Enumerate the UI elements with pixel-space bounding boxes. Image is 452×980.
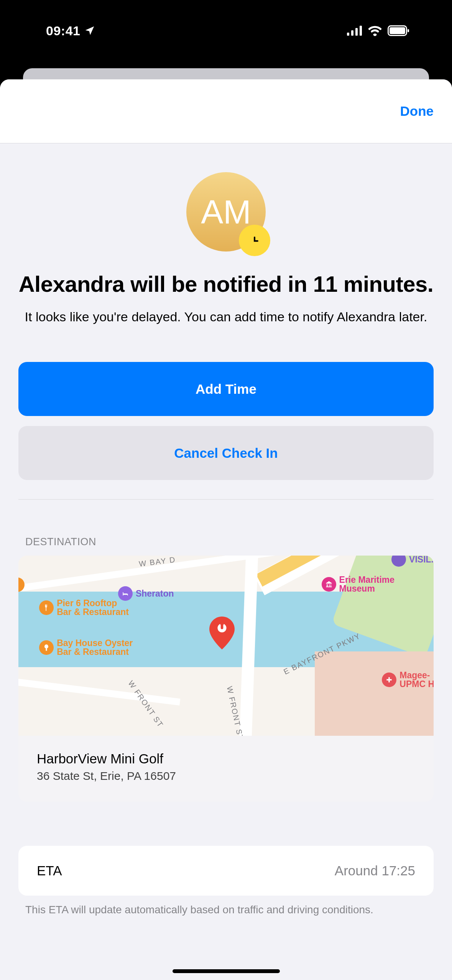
battery-icon bbox=[388, 25, 410, 36]
status-icons bbox=[347, 25, 410, 36]
destination-address: 36 State St, Erie, PA 16507 bbox=[37, 770, 415, 783]
map-road-label: W FRONT ST bbox=[126, 679, 165, 729]
destination-section-label: DESTINATION bbox=[25, 536, 427, 548]
status-bar: 09:41 bbox=[0, 0, 452, 61]
wifi-icon bbox=[368, 25, 382, 36]
clock-badge-icon bbox=[239, 225, 270, 256]
map-view[interactable]: W BAY D W FRONT ST W FRONT ST E BAYFRONT… bbox=[18, 556, 434, 736]
map-poi-museum: Erie MaritimeMuseum bbox=[322, 576, 394, 593]
map-poi-bayhouse: Bay House OysterBar & Restaurant bbox=[39, 639, 133, 656]
eta-label: ETA bbox=[37, 863, 62, 878]
info-icon bbox=[391, 556, 406, 567]
subtext: It looks like you're delayed. You can ad… bbox=[18, 308, 434, 326]
headline-text: Alexandra will be notified in 11 minutes… bbox=[18, 271, 434, 298]
status-time: 09:41 bbox=[46, 23, 80, 38]
home-indicator[interactable] bbox=[173, 969, 280, 973]
fork-knife-icon bbox=[39, 640, 54, 655]
svg-rect-5 bbox=[390, 27, 405, 34]
divider bbox=[18, 499, 434, 500]
svg-rect-2 bbox=[355, 28, 358, 36]
done-button[interactable]: Done bbox=[400, 104, 434, 119]
fork-knife-icon bbox=[18, 577, 25, 592]
destination-pin-icon bbox=[209, 617, 235, 649]
sheet-header: Done bbox=[0, 79, 452, 143]
status-time-group: 09:41 bbox=[46, 23, 95, 38]
destination-name: HarborView Mini Golf bbox=[37, 751, 415, 766]
svg-point-9 bbox=[220, 622, 224, 625]
eta-value: Around 17:25 bbox=[335, 863, 415, 878]
location-arrow-icon bbox=[84, 25, 95, 36]
destination-info: HarborView Mini Golf 36 State St, Erie, … bbox=[18, 736, 434, 802]
eta-note: This ETA will update automatically based… bbox=[25, 903, 427, 917]
map-poi-edge bbox=[18, 577, 25, 592]
svg-rect-6 bbox=[408, 29, 409, 32]
cancel-checkin-button[interactable]: Cancel Check In bbox=[18, 426, 434, 480]
fork-knife-icon bbox=[39, 600, 54, 615]
contact-avatar: AM bbox=[186, 172, 266, 252]
svg-rect-0 bbox=[347, 33, 349, 36]
cellular-icon bbox=[347, 26, 362, 36]
destination-card[interactable]: W BAY D W FRONT ST W FRONT ST E BAYFRONT… bbox=[18, 556, 434, 802]
add-time-button[interactable]: Add Time bbox=[18, 362, 434, 416]
map-poi-magee: Magee-UPMC H bbox=[382, 671, 434, 689]
svg-rect-3 bbox=[360, 26, 362, 36]
map-poi-pier6: Pier 6 RooftopBar & Restaurant bbox=[39, 599, 129, 617]
museum-icon bbox=[322, 577, 336, 592]
checkin-sheet: Done AM Alexandra will be notified in 11… bbox=[0, 79, 452, 980]
hospital-icon bbox=[382, 673, 396, 687]
eta-card[interactable]: ETA Around 17:25 bbox=[18, 846, 434, 896]
map-poi-visit: VISIL. bbox=[391, 556, 434, 567]
avatar-container: AM bbox=[18, 172, 434, 252]
avatar-initials: AM bbox=[201, 193, 251, 231]
svg-rect-1 bbox=[351, 30, 353, 36]
